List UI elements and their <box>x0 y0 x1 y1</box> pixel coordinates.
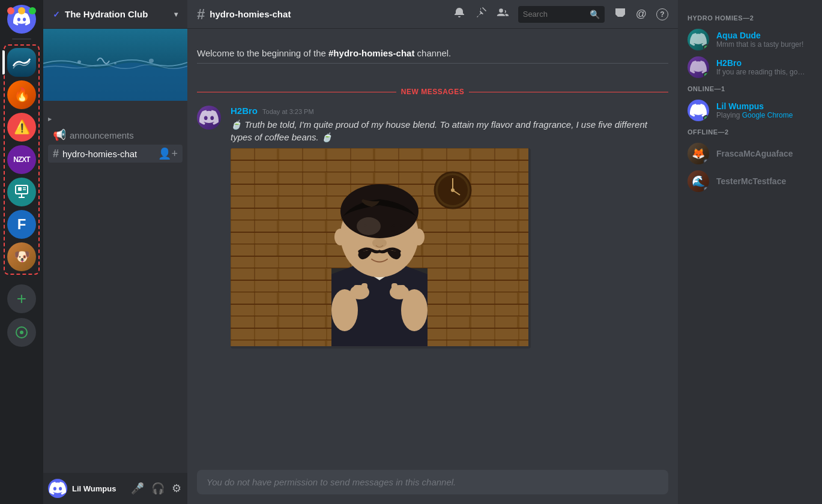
welcome-message: Welcome to the beginning of the #hydro-h… <box>197 48 668 58</box>
member-status-offline-frasca <box>703 158 709 164</box>
message-group: H2Bro Today at 3:23 PM 🍵 Truth be told, … <box>197 106 668 349</box>
channel-hydro-homies-label: hydro-homies-chat <box>62 149 137 159</box>
verified-icon: ✓ <box>53 10 60 19</box>
notifications-button[interactable] <box>453 7 465 22</box>
members-sidebar: HYDRO HOMIES—2 Aqua Dude Mmm that is a t… <box>678 0 822 504</box>
channels-list: ▸ 📢 announcements # hydro-homies-chat 👤+ <box>43 101 187 473</box>
mention-button[interactable]: @ <box>636 8 647 20</box>
minimize-button[interactable] <box>18 7 25 14</box>
inbox-button[interactable] <box>614 7 626 22</box>
settings-button[interactable]: ⚙ <box>171 481 183 496</box>
member-avatar-h2bro <box>688 56 709 78</box>
message-avatar <box>197 106 221 130</box>
svg-point-45 <box>372 238 387 248</box>
server-name: The Hydration Club <box>65 9 148 19</box>
chat-input-area: You do not have permission to send messa… <box>187 470 678 504</box>
message-image <box>231 148 531 349</box>
member-status-online-h2bro <box>703 72 709 78</box>
member-info-tester: TesterMcTestface <box>716 176 812 186</box>
server-presenter[interactable] <box>7 178 36 206</box>
current-user-avatar <box>48 479 67 498</box>
new-messages-line-right <box>469 92 668 92</box>
new-messages-divider: NEW MESSAGES <box>197 88 668 96</box>
member-status-online <box>703 44 709 50</box>
svg-rect-40 <box>391 283 397 296</box>
member-status-offline-tester <box>703 186 709 192</box>
svg-point-9 <box>77 60 81 63</box>
members-button[interactable] <box>497 7 509 22</box>
members-category-online: ONLINE—1 <box>683 85 817 92</box>
traffic-lights[interactable] <box>7 7 36 14</box>
server-list: 🔥 ⚠️ NZXT F 🐶 + <box>0 0 43 504</box>
server-doge[interactable]: 🐶 <box>7 242 36 271</box>
member-name-h2bro: H2Bro <box>716 58 812 68</box>
main-content: # hydro-homies-chat 🔍 <box>187 0 678 504</box>
add-server-button[interactable]: + <box>7 284 36 313</box>
server-header[interactable]: ✓ The Hydration Club ▾ <box>43 0 187 29</box>
chat-input-placeholder: You do not have permission to send messa… <box>207 477 456 487</box>
add-server-section: + <box>7 284 36 313</box>
channel-sidebar: ✓ The Hydration Club ▾ <box>43 0 187 504</box>
message-content: H2Bro Today at 3:23 PM 🍵 Truth be told, … <box>231 106 668 349</box>
members-category-hydro: HYDRO HOMIES—2 <box>683 14 817 22</box>
mic-button[interactable]: 🎤 <box>130 481 145 496</box>
current-username: Lil Wumpus <box>72 484 116 493</box>
chat-header: # hydro-homies-chat 🔍 <box>187 0 678 29</box>
message-username[interactable]: H2Bro <box>231 106 258 116</box>
category-arrow: ▸ <box>48 115 52 123</box>
message-header: H2Bro Today at 3:23 PM <box>231 106 668 116</box>
close-button[interactable] <box>7 7 14 14</box>
dropdown-icon: ▾ <box>174 10 178 19</box>
current-user-info: Lil Wumpus <box>72 484 116 493</box>
channel-name-header: hydro-homies-chat <box>210 9 291 19</box>
svg-rect-1 <box>18 187 22 191</box>
announcements-icon: 📢 <box>53 128 66 142</box>
search-input[interactable] <box>523 10 587 19</box>
svg-point-7 <box>20 331 23 334</box>
welcome-channel-bold: #hydro-homies-chat <box>328 48 414 58</box>
server-nzxt[interactable]: NZXT <box>7 145 36 174</box>
member-lil-wumpus[interactable]: Lil Wumpus Playing Google Chrome <box>683 97 817 124</box>
channel-welcome: Welcome to the beginning of the #hydro-h… <box>197 48 668 68</box>
server-banner <box>43 29 187 101</box>
server-f[interactable]: F <box>7 210 36 239</box>
message-timestamp: Today at 3:23 PM <box>262 108 314 115</box>
member-name-aqua-dude: Aqua Dude <box>716 31 812 40</box>
member-activity-lil-wumpus: Playing Google Chrome <box>716 111 806 119</box>
search-bar[interactable]: 🔍 <box>518 6 605 23</box>
member-status-online-lil <box>703 115 709 121</box>
channel-hash-icon: # <box>53 148 59 160</box>
selected-server-group: 🔥 ⚠️ NZXT F 🐶 <box>4 44 40 275</box>
server-fire[interactable]: 🔥 <box>7 80 36 109</box>
help-button[interactable]: ? <box>656 8 668 20</box>
member-info-h2bro: H2Bro If you are reading this, go drink.… <box>716 58 812 76</box>
headset-button[interactable]: 🎧 <box>150 481 166 496</box>
svg-rect-38 <box>354 285 360 297</box>
svg-rect-41 <box>399 285 405 297</box>
chat-header-icons: 🔍 @ ? <box>453 6 668 23</box>
svg-point-26 <box>451 188 455 192</box>
member-avatar-tester: 🌊 <box>688 170 709 192</box>
maximize-button[interactable] <box>29 7 36 14</box>
channel-hydro-homies-chat[interactable]: # hydro-homies-chat 👤+ <box>48 145 183 163</box>
user-panel: Lil Wumpus 🎤 🎧 ⚙ <box>43 473 187 504</box>
new-messages-line-left <box>197 92 396 92</box>
member-frasca[interactable]: 🦊 FrascaMcAguaface <box>683 140 817 167</box>
pin-button[interactable] <box>475 7 487 22</box>
server-hydration[interactable] <box>7 48 36 77</box>
welcome-divider <box>197 63 668 64</box>
channel-announcements[interactable]: 📢 announcements <box>48 126 183 144</box>
member-avatar-lil-wumpus <box>688 100 709 121</box>
svg-point-48 <box>357 217 381 235</box>
chat-messages: Welcome to the beginning of the #hydro-h… <box>187 29 678 470</box>
discover-servers-button[interactable] <box>7 318 36 347</box>
add-member-icon[interactable]: 👤+ <box>158 147 178 160</box>
server-warning[interactable]: ⚠️ <box>7 113 36 142</box>
member-tester[interactable]: 🌊 TesterMcTestface <box>683 168 817 194</box>
channel-category[interactable]: ▸ <box>43 106 187 125</box>
member-name-frasca: FrascaMcAguaface <box>716 149 812 158</box>
member-aqua-dude[interactable]: Aqua Dude Mmm that is a tasty burger! <box>683 26 817 53</box>
channel-announcements-label: announcements <box>70 130 134 140</box>
member-h2bro[interactable]: H2Bro If you are reading this, go drink.… <box>683 54 817 80</box>
members-category-offline: OFFLINE—2 <box>683 128 817 136</box>
